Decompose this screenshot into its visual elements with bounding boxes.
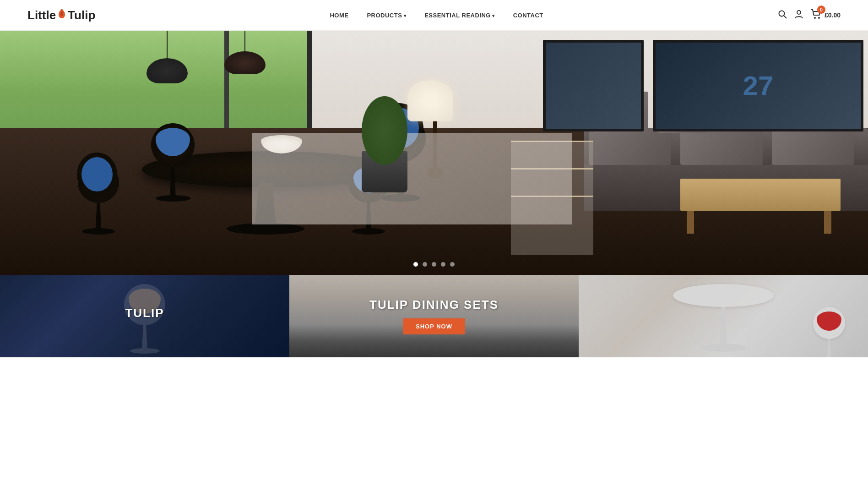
hero-slider: 27 [0, 31, 868, 275]
nav-item-essential-reading[interactable]: ESSENTIAL READING [424, 11, 495, 19]
chair-1-back [77, 153, 117, 196]
product-grid: TULIP TULIP DINING SETS SHOP NOW [0, 275, 868, 357]
product-card-2-label: TULIP DINING SETS [369, 298, 499, 312]
header-icons: 0 £0.00 [778, 9, 841, 21]
cart-icon: 0 [811, 9, 822, 21]
product-card-3[interactable] [579, 275, 868, 357]
shop-now-button-2[interactable]: SHOP NOW [403, 318, 465, 334]
logo-text-little: Little [27, 8, 56, 22]
product-card-3-overlay [579, 275, 868, 357]
slider-dots [413, 262, 455, 267]
rug [252, 133, 572, 224]
slider-dot-3[interactable] [432, 262, 436, 267]
slider-dot-2[interactable] [423, 262, 427, 267]
svg-point-4 [818, 17, 820, 19]
hero-scene: 27 [0, 31, 868, 275]
nav-link-essential-reading[interactable]: ESSENTIAL READING [424, 12, 495, 19]
slider-dot-1[interactable] [413, 262, 418, 267]
product-card-2[interactable]: TULIP DINING SETS SHOP NOW [289, 275, 579, 357]
nav-item-contact[interactable]: CONTACT [513, 11, 543, 19]
nav-link-products[interactable]: PRODUCTS [367, 12, 406, 19]
product-card-1-label: TULIP [125, 306, 164, 320]
svg-point-3 [814, 17, 816, 19]
nav-item-products[interactable]: PRODUCTS [367, 11, 406, 19]
pendant-light-1 [146, 31, 188, 86]
plant [362, 82, 407, 192]
cart-button[interactable]: 0 £0.00 [811, 9, 841, 21]
main-nav: HOME PRODUCTS ESSENTIAL READING CONTACT [330, 11, 543, 19]
table-base [227, 223, 304, 235]
slider-dot-5[interactable] [450, 262, 455, 267]
product-card-2-overlay: TULIP DINING SETS SHOP NOW [289, 275, 579, 357]
cart-badge: 0 [817, 5, 825, 14]
svg-point-0 [779, 11, 784, 16]
logo-icon [56, 8, 68, 23]
chair-4 [151, 123, 195, 202]
user-icon[interactable] [794, 10, 803, 21]
product-card-1-overlay: TULIP [0, 275, 289, 357]
coffee-table [680, 179, 841, 211]
nav-link-contact[interactable]: CONTACT [513, 12, 543, 19]
search-icon[interactable] [778, 10, 787, 21]
nav-item-home[interactable]: HOME [330, 11, 348, 19]
art-frame-2 [543, 40, 644, 131]
logo-text-tulip: Tulip [68, 8, 95, 22]
nav-link-home[interactable]: HOME [330, 12, 348, 19]
site-logo[interactable]: Little Tulip [27, 8, 95, 23]
art-frame-1: 27 [653, 40, 863, 131]
site-header: Little Tulip HOME PRODUCTS ESSENTIAL REA… [0, 0, 868, 31]
pendant-light-2 [224, 31, 266, 77]
coffee-table-leg-2 [687, 211, 694, 234]
svg-point-2 [797, 11, 801, 14]
product-card-1[interactable]: TULIP [0, 275, 289, 357]
coffee-table-leg-1 [824, 211, 831, 234]
slider-dot-4[interactable] [441, 262, 445, 267]
svg-line-1 [784, 16, 787, 18]
cart-price: £0.00 [825, 11, 841, 19]
